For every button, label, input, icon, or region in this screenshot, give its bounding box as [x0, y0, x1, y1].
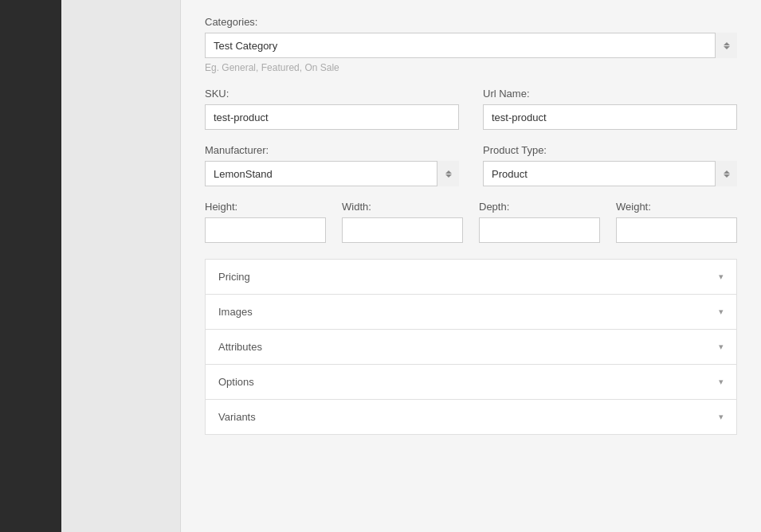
- depth-col: Depth:: [479, 201, 600, 243]
- product-type-select[interactable]: Product: [483, 161, 737, 186]
- categories-label: Categories:: [205, 16, 737, 28]
- product-type-col: Product Type: Product: [483, 144, 737, 186]
- width-col: Width:: [342, 201, 463, 243]
- product-type-label: Product Type:: [483, 144, 737, 156]
- height-label: Height:: [205, 201, 326, 213]
- sidebar-dark: [0, 0, 61, 532]
- depth-input[interactable]: [479, 217, 600, 243]
- weight-label: Weight:: [616, 201, 737, 213]
- form-section: Categories: Test Category Eg. General, F…: [205, 16, 737, 451]
- sku-label: SKU:: [205, 88, 459, 100]
- categories-select-wrapper: Test Category: [205, 33, 737, 58]
- accordion-arrow-icon: ▾: [719, 377, 724, 387]
- accordion-label: Pricing: [218, 271, 250, 283]
- categories-select[interactable]: Test Category: [205, 33, 737, 58]
- accordion-label: Options: [218, 376, 254, 388]
- accordion-label: Attributes: [218, 341, 262, 353]
- url-name-label: Url Name:: [483, 88, 737, 100]
- height-input[interactable]: [205, 217, 326, 243]
- weight-input[interactable]: [616, 217, 737, 243]
- manufacturer-col: Manufacturer: LemonStand: [205, 144, 459, 186]
- accordion-arrow-icon: ▾: [719, 342, 724, 352]
- manufacturer-select[interactable]: LemonStand: [205, 161, 459, 186]
- categories-hint: Eg. General, Featured, On Sale: [205, 62, 737, 73]
- accordion-arrow-icon: ▾: [719, 412, 724, 422]
- manufacturer-label: Manufacturer:: [205, 144, 459, 156]
- dimensions-row: Height: Width: Depth: Weight:: [205, 201, 737, 243]
- accordion-item-options[interactable]: Options ▾: [205, 365, 737, 400]
- width-label: Width:: [342, 201, 463, 213]
- product-type-select-wrapper: Product: [483, 161, 737, 186]
- main-content: Categories: Test Category Eg. General, F…: [181, 0, 761, 532]
- sku-url-row: SKU: Url Name:: [205, 88, 737, 130]
- accordion-item-pricing[interactable]: Pricing ▾: [205, 259, 737, 295]
- weight-col: Weight:: [616, 201, 737, 243]
- height-col: Height:: [205, 201, 326, 243]
- categories-group: Categories: Test Category Eg. General, F…: [205, 16, 737, 73]
- url-name-input[interactable]: [483, 104, 737, 130]
- sidebar-light: [61, 0, 181, 532]
- accordion-arrow-icon: ▾: [719, 307, 724, 317]
- accordion-group: Pricing ▾ Images ▾ Attributes ▾ Options …: [205, 259, 737, 435]
- sku-col: SKU:: [205, 88, 459, 130]
- accordion-item-attributes[interactable]: Attributes ▾: [205, 330, 737, 365]
- manufacturer-select-wrapper: LemonStand: [205, 161, 459, 186]
- accordion-item-images[interactable]: Images ▾: [205, 295, 737, 330]
- url-name-col: Url Name:: [483, 88, 737, 130]
- width-input[interactable]: [342, 217, 463, 243]
- sku-input[interactable]: [205, 104, 459, 130]
- accordion-label: Variants: [218, 411, 256, 423]
- accordion-arrow-icon: ▾: [719, 272, 724, 282]
- manufacturer-producttype-row: Manufacturer: LemonStand Product Type: P…: [205, 144, 737, 186]
- accordion-item-variants[interactable]: Variants ▾: [205, 400, 737, 435]
- depth-label: Depth:: [479, 201, 600, 213]
- accordion-label: Images: [218, 306, 253, 318]
